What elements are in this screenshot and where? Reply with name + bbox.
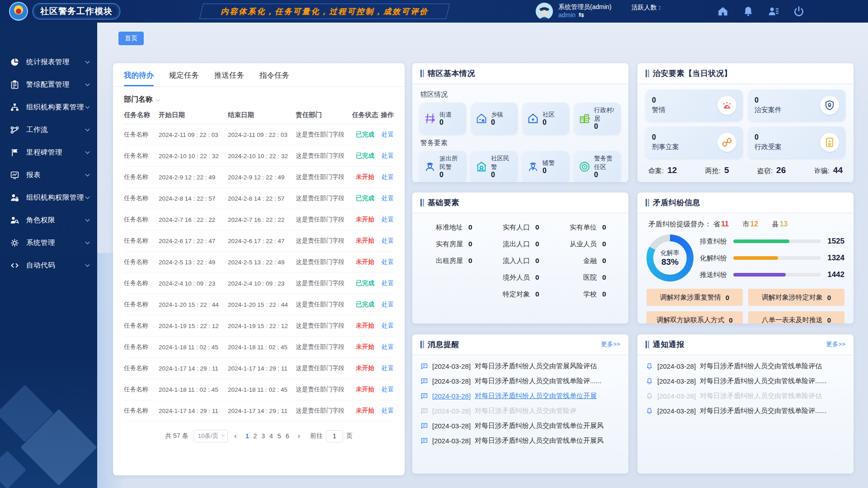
alert-box[interactable]: 八单一表未及时推送0	[748, 311, 844, 324]
comment-icon	[420, 437, 428, 445]
handle-link[interactable]: 处置	[382, 301, 394, 308]
notice-item[interactable]: [2024-03-28] 对每日涉矛盾纠纷人员交由管线单险评......	[646, 404, 845, 418]
org-chart-icon	[10, 103, 19, 112]
table-row: 任务名称 2024-2-11 09 : 22 : 03 2024-2-11 09…	[124, 124, 394, 145]
online-users-icon[interactable]	[768, 5, 779, 17]
notice-item[interactable]: [2024-03-28] 对每日涉矛盾纠纷人员交由管线单险评估	[646, 389, 845, 404]
sidebar-item-statistics-report[interactable]: 统计报表管理	[0, 51, 97, 73]
handle-link[interactable]: 处置	[382, 195, 394, 202]
task-name: 任务名称	[124, 343, 159, 351]
handle-link[interactable]: 处置	[382, 365, 394, 371]
prev-page-button[interactable]: ‹	[232, 432, 238, 440]
notice-item[interactable]: [2024-03-28] 对每日涉矛盾纠纷人员交由管线单险评......	[646, 374, 845, 389]
user-lock-icon	[10, 193, 19, 202]
message-item[interactable]: [2024-03-28] 对每日涉矛盾纠纷人员交由管险评	[420, 404, 620, 418]
task-end: 2024-2-10 10 : 22 : 32	[228, 153, 296, 160]
task-status: 未开始	[351, 407, 379, 415]
task-status: 未开始	[351, 322, 379, 330]
alert-box[interactable]: 调解对象涉特定对象0	[748, 289, 844, 306]
message-item[interactable]: [2024-03-28] 对每日涉矛盾纠纷人员交由管线单位开展风	[420, 418, 620, 433]
page-number-button[interactable]: 4	[267, 432, 275, 440]
sidebar-item-org-elements[interactable]: 组织机构要素管理	[0, 96, 97, 118]
table-row: 任务名称 2024-1-18 11 : 02 : 45 2024-1-18 11…	[124, 337, 394, 358]
handle-link[interactable]: 处置	[382, 174, 394, 180]
page-number-button[interactable]: 5	[275, 432, 283, 440]
message-item[interactable]: [2024-03-28] 对每日涉矛盾纠纷人员交由管展风险评估	[420, 359, 620, 374]
more-link[interactable]: 更多>>	[826, 340, 845, 348]
handle-link[interactable]: 处置	[382, 258, 394, 265]
page-number-button[interactable]: 2	[251, 432, 259, 440]
user-avatar[interactable]	[536, 3, 553, 20]
stat-tile-township: 乡镇0	[471, 103, 518, 134]
sidebar-item-org-permissions[interactable]: 组织机构权限管理	[0, 186, 97, 209]
page-number-button[interactable]: 3	[259, 432, 267, 440]
message-item[interactable]: [2024-03-28] 对每日涉矛盾纠纷人员交由管线单位开展	[420, 389, 620, 404]
stat-tile-criminal-cases: 0刑事立案	[646, 127, 743, 158]
chevron-down-icon	[85, 240, 90, 244]
handle-link[interactable]: 处置	[382, 386, 394, 393]
chevron-down-icon	[85, 195, 90, 199]
handle-link[interactable]: 处置	[382, 407, 394, 414]
title-marker	[646, 70, 649, 77]
total-count: 共 57 条	[165, 432, 188, 440]
home-icon[interactable]	[717, 5, 729, 17]
dispute-alerts: 调解对象涉重复警情0调解对象涉特定对象0调解双方缺联系人方式0八单一表未及时推送…	[646, 289, 844, 324]
task-dept: 这是责任部门字段	[296, 343, 351, 351]
shield-icon	[824, 99, 835, 111]
task-name: 任务名称	[124, 385, 159, 394]
power-icon[interactable]	[793, 5, 805, 17]
sidebar-item-report[interactable]: 报表	[0, 164, 97, 186]
more-link[interactable]: 更多>>	[601, 340, 620, 348]
task-tab[interactable]: 我的待办	[124, 70, 154, 86]
handle-link[interactable]: 处置	[382, 237, 394, 244]
alert-box[interactable]: 调解双方缺联系人方式0	[646, 311, 743, 324]
page-number-button[interactable]: 1	[243, 432, 251, 440]
chevron-down-icon	[85, 104, 90, 109]
task-status: 未开始	[351, 258, 379, 266]
sidebar-item-role-permissions[interactable]: 角色权限	[0, 209, 97, 231]
message-item[interactable]: [2024-03-28] 对每日涉矛盾纠纷人员交由管线单位开展风	[420, 433, 620, 448]
next-page-button[interactable]: ›	[296, 432, 302, 440]
handle-link[interactable]: 处置	[382, 152, 394, 159]
handle-link[interactable]: 处置	[382, 343, 394, 350]
task-end: 2024-2-7 16 : 22 : 22	[228, 216, 296, 223]
house-officer-icon	[475, 160, 488, 173]
task-dept: 这是责任部门字段	[296, 216, 351, 224]
alert-box[interactable]: 调解对象涉重复警情0	[646, 289, 743, 306]
table-row: 任务名称 2024-2-7 16 : 22 : 22 2024-2-7 16 :…	[124, 209, 394, 230]
table-row: 任务名称 2024-2-4 10 : 09 : 23 2024-2-4 10 :…	[124, 273, 394, 294]
page-size-select[interactable]: 10条/页	[193, 430, 228, 442]
document-icon	[824, 136, 835, 148]
task-tab[interactable]: 规定任务	[169, 70, 199, 86]
handle-link[interactable]: 处置	[382, 280, 394, 286]
sidebar-item-auto-code[interactable]: 自动代码	[0, 254, 97, 277]
stat-tile-community-police: 社区民警0	[471, 151, 518, 182]
task-dept: 这是责任部门字段	[296, 152, 351, 160]
bell-icon[interactable]	[742, 5, 754, 17]
goto-page-input[interactable]	[326, 430, 343, 442]
handle-link[interactable]: 处置	[382, 216, 394, 223]
switch-user-icon[interactable]: ⇆	[578, 11, 584, 19]
dispute-panel: 矛盾纠纷信息 矛盾纠纷提级督办： 省11 市12 县13 化解率83% 排查纠纷…	[637, 192, 854, 324]
message-item[interactable]: [2024-03-28] 对每日涉矛盾纠纷人员交由管线单险评......	[420, 374, 620, 389]
street-grid-icon	[424, 112, 436, 125]
sidebar-item-system[interactable]: 系统管理	[0, 231, 97, 254]
sidebar-item-police-config[interactable]: 警综配置管理	[0, 73, 97, 96]
handle-link[interactable]: 处置	[382, 131, 394, 138]
handle-link[interactable]: 处置	[382, 322, 394, 329]
department-filter[interactable]: 部门名称	[113, 87, 405, 106]
sidebar-item-milestone[interactable]: 里程碑管理	[0, 141, 97, 164]
table-row: 任务名称 2024-1-20 15 : 22 : 44 2024-1-20 15…	[124, 294, 394, 315]
message-list: [2024-03-28] 对每日涉矛盾纠纷人员交由管展风险评估 [2024-03…	[412, 354, 628, 474]
bar-fill	[733, 256, 778, 260]
table-row: 任务名称 2024-2-9 12 : 22 : 49 2024-2-9 12 :…	[124, 167, 394, 188]
task-tab[interactable]: 指令任务	[259, 70, 289, 86]
sidebar-item-workflow[interactable]: 工作流	[0, 118, 97, 141]
tab-home[interactable]: 首页	[118, 32, 144, 45]
page-number-button[interactable]: 6	[283, 432, 292, 440]
task-tab[interactable]: 推送任务	[214, 70, 244, 86]
notice-item[interactable]: [2024-03-28] 对每日涉矛盾纠纷人员交由管线单险评估	[646, 359, 845, 374]
task-end: 2024-2-4 10 : 09 : 23	[228, 280, 296, 287]
panel-title: 消息提醒	[428, 339, 459, 350]
username-switcher[interactable]: admin⇆	[558, 11, 611, 19]
